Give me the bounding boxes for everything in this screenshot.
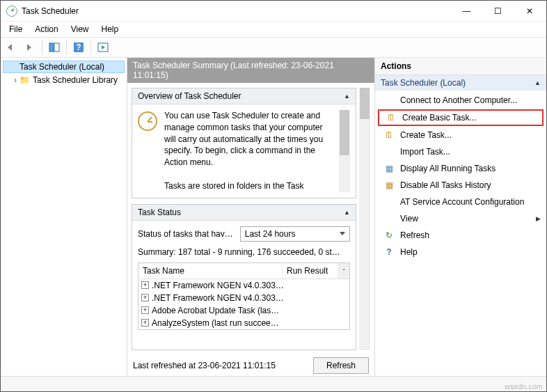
task-status-panel: Task Status ▲ Status of tasks that hav… … (132, 204, 356, 350)
app-icon (6, 6, 17, 17)
tree-root-label: Task Scheduler (Local) (19, 62, 104, 72)
nav-back-button[interactable] (3, 40, 20, 55)
menubar: File Action View Help (1, 22, 546, 37)
grid-icon: ▦ (383, 180, 395, 191)
watermark: wsxdn.com (505, 382, 543, 391)
center-scrollbar[interactable] (359, 88, 370, 350)
task-scheduler-window: Task Scheduler — ☐ ✕ File Action View He… (0, 0, 547, 392)
tree-root-node[interactable]: Task Scheduler (Local) (3, 61, 125, 73)
expand-icon: › (14, 75, 17, 85)
toolbar-view-button[interactable] (46, 40, 63, 55)
action-display-running[interactable]: ▦ Display All Running Tasks (375, 160, 546, 177)
action-at-service-config[interactable]: AT Service Account Configuration (375, 194, 546, 210)
main-body: Task Scheduler (Local) › 📁 Task Schedule… (1, 58, 546, 376)
chevron-down-icon (340, 232, 345, 235)
action-help[interactable]: ? Help (375, 244, 546, 260)
actions-list: Connect to Another Computer... 🗓 Create … (375, 91, 546, 262)
svg-rect-1 (54, 43, 59, 52)
summary-pane: Task Scheduler Summary (Last refreshed: … (127, 58, 375, 376)
task-status-title: Task Status (138, 207, 181, 217)
tree-pane: Task Scheduler (Local) › 📁 Task Schedule… (1, 58, 127, 376)
separator (90, 40, 91, 54)
window-title: Task Scheduler (22, 6, 451, 16)
statusbar (1, 376, 546, 391)
nav-forward-button[interactable] (22, 40, 38, 55)
action-view-submenu[interactable]: View ▶ (375, 210, 546, 227)
status-period-select[interactable]: Last 24 hours (240, 226, 350, 242)
overview-text: You can use Task Scheduler to create and… (164, 110, 333, 192)
submenu-arrow-icon: ▶ (536, 215, 541, 222)
separator (66, 40, 67, 54)
clock-icon (138, 111, 157, 131)
actions-header: Actions (375, 58, 546, 75)
last-refreshed-text: Last refreshed at 23-06-2021 11:01:15 (133, 361, 306, 370)
blank-icon (383, 146, 395, 157)
table-row[interactable]: +.NET Framework NGEN v4.0.303… (138, 279, 349, 292)
table-row[interactable]: +AnalyzeSystem (last run succee… (138, 317, 349, 329)
menu-action[interactable]: Action (29, 23, 63, 36)
svg-text:?: ? (76, 42, 81, 52)
minimize-button[interactable]: — (451, 1, 482, 21)
collapse-icon: ▲ (534, 79, 541, 86)
status-period-label: Status of tasks that hav… (138, 229, 233, 239)
action-import-task[interactable]: Import Task... (375, 143, 546, 160)
close-button[interactable]: ✕ (514, 1, 545, 21)
svg-rect-0 (49, 43, 54, 52)
refresh-button[interactable]: Refresh (313, 357, 369, 374)
table-row[interactable]: +Adobe Acrobat Update Task (las… (138, 304, 349, 317)
toolbar: ? (1, 37, 546, 58)
expand-icon[interactable]: + (141, 306, 149, 314)
clock-icon (7, 62, 17, 72)
status-summary: Summary: 187 total - 9 running, 176 succ… (138, 247, 350, 257)
toolbar-run-button[interactable] (95, 40, 111, 55)
status-table: Task Name Run Result ˄ +.NET Framework N… (138, 262, 350, 330)
table-row[interactable]: +.NET Framework NGEN v4.0.303… (138, 292, 349, 304)
titlebar: Task Scheduler — ☐ ✕ (1, 1, 546, 22)
overview-title: Overview of Task Scheduler (138, 91, 241, 101)
action-refresh[interactable]: ↻ Refresh (375, 227, 546, 244)
actions-pane: Actions Task Scheduler (Local) ▲ Connect… (375, 58, 546, 376)
expand-icon[interactable]: + (141, 294, 149, 301)
help-icon: ? (383, 246, 395, 258)
expand-icon[interactable]: + (141, 281, 149, 289)
col-task-name[interactable]: Task Name (138, 263, 283, 279)
col-scroll-gutter: ˄ (338, 263, 349, 279)
blank-icon (383, 95, 395, 106)
folder-icon: 📁 (19, 75, 30, 85)
blank-icon (383, 213, 395, 224)
separator (42, 40, 42, 54)
action-connect-computer[interactable]: Connect to Another Computer... (375, 92, 546, 109)
overview-header[interactable]: Overview of Task Scheduler ▲ (132, 88, 356, 104)
tree-child-label: Task Scheduler Library (33, 75, 118, 85)
overview-scrollbar[interactable] (339, 110, 350, 192)
calendar-icon: 🗓 (386, 112, 397, 123)
calendar-icon: 🗓 (383, 130, 395, 141)
col-run-result[interactable]: Run Result (283, 263, 338, 279)
menu-help[interactable]: Help (96, 23, 125, 36)
blank-icon (383, 196, 395, 207)
table-header: Task Name Run Result ˄ (138, 263, 349, 279)
summary-header: Task Scheduler Summary (Last refreshed: … (127, 58, 374, 83)
action-disable-history[interactable]: ▦ Disable All Tasks History (375, 177, 546, 194)
task-status-header[interactable]: Task Status ▲ (132, 205, 356, 221)
collapse-icon: ▲ (344, 209, 350, 216)
collapse-icon: ▲ (344, 93, 350, 100)
action-create-task[interactable]: 🗓 Create Task... (375, 127, 546, 143)
tree-child-node[interactable]: › 📁 Task Scheduler Library (3, 74, 125, 86)
toolbar-help-button[interactable]: ? (70, 40, 87, 55)
menu-view[interactable]: View (65, 23, 95, 36)
overview-panel: Overview of Task Scheduler ▲ You can use… (132, 88, 356, 198)
menu-file[interactable]: File (3, 23, 28, 36)
maximize-button[interactable]: ☐ (482, 1, 514, 21)
refresh-icon: ↻ (383, 230, 395, 241)
summary-footer: Last refreshed at 23-06-2021 11:01:15 Re… (127, 355, 374, 376)
expand-icon[interactable]: + (141, 319, 149, 327)
action-create-basic-task[interactable]: 🗓 Create Basic Task... (378, 109, 544, 126)
actions-group-header[interactable]: Task Scheduler (Local) ▲ (375, 75, 546, 91)
grid-icon: ▦ (383, 163, 395, 174)
